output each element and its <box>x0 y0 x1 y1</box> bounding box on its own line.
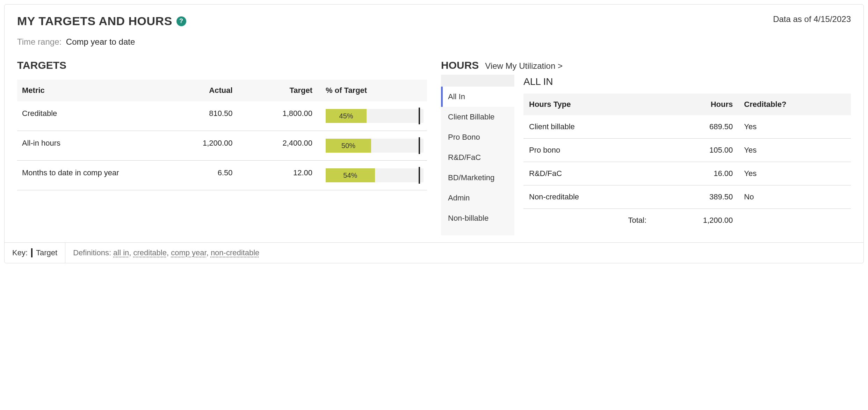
view-utilization-text: View My Utilization <box>485 61 555 71</box>
hours-total-row: Total: 1,200.00 <box>523 209 851 232</box>
header-row: MY TARGETS AND HOURS ? Data as of 4/15/2… <box>17 14 851 28</box>
target-mark-icon <box>419 167 420 184</box>
key-target-label: Target <box>36 248 57 257</box>
hours-section: HOURS View My Utilization > All InClient… <box>441 59 851 235</box>
hours-total-empty <box>738 209 851 232</box>
target-cell: 12.00 <box>238 161 317 190</box>
hours-total-value: 1,200.00 <box>652 209 738 232</box>
hours-type-cell: Non-creditable <box>523 185 652 209</box>
actual-cell: 6.50 <box>158 161 237 190</box>
actual-cell: 1,200.00 <box>158 131 237 161</box>
target-cell: 2,400.00 <box>238 131 317 161</box>
definition-link[interactable]: creditable <box>133 248 167 257</box>
time-range: Time range: Comp year to date <box>17 37 851 47</box>
hours-tab[interactable]: Admin <box>441 188 514 208</box>
col-creditable: Creditable? <box>738 94 851 115</box>
creditable-cell: Yes <box>738 162 851 185</box>
panel-footer: Key: Target Definitions: all in, credita… <box>5 242 863 263</box>
hours-title: HOURS <box>441 59 479 71</box>
definitions-label: Definitions: <box>73 248 111 257</box>
targets-table: Metric Actual Target % of Target Credita… <box>17 80 427 190</box>
hours-tab[interactable]: All In <box>441 87 514 107</box>
hours-tab[interactable]: R&D/FaC <box>441 147 514 168</box>
hours-tab[interactable]: Non-billable <box>441 208 514 228</box>
col-metric: Metric <box>17 80 158 101</box>
hours-tab[interactable]: Pro Bono <box>441 127 514 147</box>
target-mark-icon <box>31 248 32 257</box>
hours-body: All InClient BillablePro BonoR&D/FaCBD/M… <box>441 75 851 235</box>
pct-label: 50% <box>341 142 355 150</box>
separator: , <box>167 248 171 257</box>
pct-bar: 45% <box>326 109 424 123</box>
table-row: Pro bono105.00Yes <box>523 139 851 162</box>
hours-tab[interactable]: Client Billable <box>441 107 514 127</box>
hours-cell: 16.00 <box>652 162 738 185</box>
definition-link[interactable]: all in <box>113 248 129 257</box>
hours-total-label: Total: <box>523 209 652 232</box>
table-row: Non-creditable389.50No <box>523 185 851 209</box>
hours-cell: 389.50 <box>652 185 738 209</box>
time-range-label: Time range: <box>17 37 62 46</box>
table-row: Client billable689.50Yes <box>523 115 851 139</box>
table-row: Months to date in comp year6.5012.0054% <box>17 161 427 190</box>
targets-header-row: Metric Actual Target % of Target <box>17 80 427 101</box>
help-icon[interactable]: ? <box>176 16 186 26</box>
metric-cell: All-in hours <box>17 131 158 161</box>
separator: , <box>129 248 133 257</box>
data-as-of: Data as of 4/15/2023 <box>773 14 851 24</box>
col-hours: Hours <box>652 94 738 115</box>
hours-tab[interactable]: BD/Marketing <box>441 168 514 188</box>
tab-spacer <box>441 75 514 87</box>
pct-label: 45% <box>339 112 353 120</box>
pct-cell: 50% <box>317 131 427 161</box>
data-as-of-date: 4/15/2023 <box>813 14 851 24</box>
col-hours-type: Hours Type <box>523 94 652 115</box>
hours-detail: ALL IN Hours Type Hours Creditable? Clie… <box>523 75 851 235</box>
col-pct: % of Target <box>317 80 427 101</box>
key-label: Key: <box>12 248 28 257</box>
targets-section: TARGETS Metric Actual Target % of Target… <box>17 59 427 235</box>
pct-bar: 54% <box>326 168 424 182</box>
pct-cell: 54% <box>317 161 427 190</box>
footer-key: Key: Target <box>5 243 65 263</box>
hours-cell: 689.50 <box>652 115 738 139</box>
definition-link[interactable]: non-creditable <box>211 248 259 257</box>
hours-header-row: Hours Type Hours Creditable? <box>523 94 851 115</box>
creditable-cell: No <box>738 185 851 209</box>
pct-bar: 50% <box>326 139 424 153</box>
hours-type-cell: R&D/FaC <box>523 162 652 185</box>
view-utilization-link[interactable]: View My Utilization > <box>485 61 563 71</box>
table-row: All-in hours1,200.002,400.0050% <box>17 131 427 161</box>
pct-cell: 45% <box>317 101 427 131</box>
hours-tabs: All InClient BillablePro BonoR&D/FaCBD/M… <box>441 75 514 235</box>
targets-and-hours-panel: MY TARGETS AND HOURS ? Data as of 4/15/2… <box>4 4 864 263</box>
hours-type-cell: Pro bono <box>523 139 652 162</box>
hours-title-row: HOURS View My Utilization > <box>441 59 851 71</box>
creditable-cell: Yes <box>738 139 851 162</box>
target-mark-icon <box>419 108 420 124</box>
page-title-text: MY TARGETS AND HOURS <box>17 14 172 28</box>
metric-cell: Months to date in comp year <box>17 161 158 190</box>
footer-definitions: Definitions: all in, creditable, comp ye… <box>65 243 267 263</box>
hours-detail-title: ALL IN <box>523 76 851 87</box>
metric-cell: Creditable <box>17 101 158 131</box>
hours-type-cell: Client billable <box>523 115 652 139</box>
hours-table: Hours Type Hours Creditable? Client bill… <box>523 94 851 232</box>
data-as-of-prefix: Data as of <box>773 14 813 24</box>
panel-body: MY TARGETS AND HOURS ? Data as of 4/15/2… <box>5 5 863 242</box>
table-row: R&D/FaC16.00Yes <box>523 162 851 185</box>
hours-cell: 105.00 <box>652 139 738 162</box>
target-mark-icon <box>419 137 420 154</box>
table-row: Creditable810.501,800.0045% <box>17 101 427 131</box>
target-cell: 1,800.00 <box>238 101 317 131</box>
chevron-right-icon: > <box>558 61 563 71</box>
definition-link[interactable]: comp year <box>171 248 207 257</box>
actual-cell: 810.50 <box>158 101 237 131</box>
col-actual: Actual <box>158 80 237 101</box>
page-title: MY TARGETS AND HOURS ? <box>17 14 186 28</box>
col-target: Target <box>238 80 317 101</box>
time-range-value: Comp year to date <box>66 37 135 46</box>
content-columns: TARGETS Metric Actual Target % of Target… <box>17 59 851 235</box>
creditable-cell: Yes <box>738 115 851 139</box>
pct-label: 54% <box>343 171 357 180</box>
